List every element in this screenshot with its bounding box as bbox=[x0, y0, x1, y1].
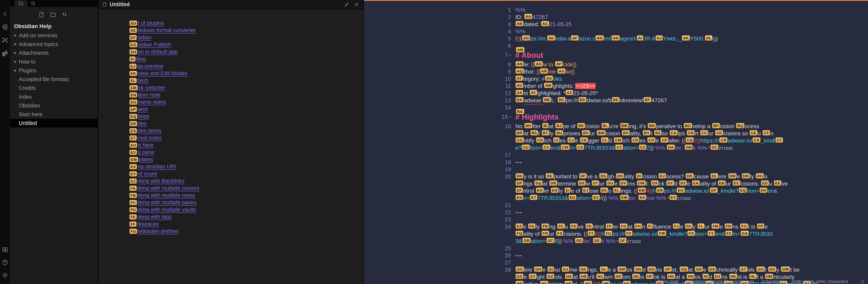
sidebar-item-plugins[interactable]: Plugins bbox=[10, 66, 98, 75]
edit-pencil-icon[interactable] bbox=[344, 2, 349, 7]
editor-line-content[interactable] bbox=[515, 166, 868, 173]
sidebar-item-obsidian[interactable]: Obsidian bbox=[10, 101, 98, 110]
editor-line-content[interactable]: %% bbox=[515, 28, 868, 35]
sidebar-item-how-to[interactable]: How to bbox=[10, 57, 98, 66]
change-sort-order-button[interactable] bbox=[61, 11, 68, 18]
editor-line-content[interactable]: EFntrol EGer EHly EIe of EJose EKo ELing… bbox=[515, 187, 868, 194]
editor-line-content[interactable]: BAadwise BBL: BCps://rBDdwise.io/bBEokre… bbox=[515, 97, 868, 104]
note-link-word-count[interactable]: EYrd count bbox=[129, 171, 157, 177]
editor-line-content[interactable]: ![](ADps://m.AEedia-aAFazon.cAGm/iAHages… bbox=[515, 35, 868, 42]
editor-line-content[interactable]: e?CUtion=CVen&CWn=CX7TRJB3S3&CYation=CZ2… bbox=[515, 144, 868, 152]
note-link-working-with-multiple-cursors[interactable]: FArking with multiple cursors bbox=[129, 185, 199, 191]
note-link-tag-pane[interactable]: EVg pane bbox=[129, 149, 154, 155]
note-link-settings[interactable]: EQtings bbox=[129, 114, 150, 120]
heading-collapse-icon[interactable]: ▾ bbox=[509, 54, 511, 57]
editor-line-content[interactable]: --- bbox=[515, 252, 868, 259]
help-icon[interactable] bbox=[2, 259, 8, 266]
zettelkasten-note-icon[interactable] bbox=[2, 50, 8, 57]
editor-line-content[interactable]: 3&GBation=GC8)) %% GDlor: GEk %% ^GF2710… bbox=[515, 238, 868, 245]
editor-line-content[interactable] bbox=[515, 259, 868, 266]
tab-search[interactable] bbox=[28, 0, 39, 7]
editor-line-content[interactable]: AXst AYghlighted: *AZ21-05-25* bbox=[515, 90, 868, 97]
note-link-start-here[interactable]: EUrt here bbox=[129, 142, 153, 148]
editor-line-content[interactable] bbox=[515, 216, 868, 223]
sidebar-item-accepted-file-formats[interactable]: Accepted file formats bbox=[10, 75, 98, 84]
note-link-preview-and-edit-modes[interactable]: EKview and Edit Modes bbox=[129, 70, 188, 76]
editor-line-content[interactable] bbox=[515, 245, 868, 252]
sidebar-item-add-on-services[interactable]: Add-on services bbox=[10, 31, 98, 40]
note-link-templates[interactable]: EWplates bbox=[129, 156, 153, 163]
editor-line-content[interactable] bbox=[515, 42, 868, 50]
note-link-markdown-format-converter[interactable]: EErkdown format converter bbox=[129, 27, 195, 33]
editor-line-content[interactable]: No BHtter BIat BJpe of BKcision BLu're B… bbox=[515, 123, 868, 130]
note-link-using-obsidian-uri[interactable]: EXng obsidian URI bbox=[129, 164, 176, 170]
editor-line-content[interactable]: ESn=ET7TRJB3S3&EUation=EV4)) %% EWlor: E… bbox=[515, 194, 868, 202]
note-link-working-with-tags[interactable]: FErking with tags bbox=[129, 214, 172, 220]
note-link-obsidian[interactable]: EFsidian bbox=[129, 34, 152, 41]
status-backlinks-count[interactable]: 0 backlinks bbox=[762, 279, 783, 284]
editor-line-content[interactable]: BG# Highlights bbox=[515, 113, 868, 122]
close-icon[interactable] bbox=[354, 2, 359, 7]
note-link-slides-demo[interactable]: ESdes demo bbox=[129, 128, 161, 134]
new-folder-button[interactable] bbox=[50, 11, 56, 18]
line-number bbox=[364, 281, 515, 284]
heading-collapse-icon[interactable]: ▾ bbox=[509, 115, 511, 119]
text-token: --- bbox=[515, 159, 522, 165]
editor-line-content[interactable]: ID: AA47267 bbox=[515, 13, 868, 21]
editor-line-content[interactable]: AVmber of AWghlights: ==23== bbox=[515, 83, 868, 90]
editor-line-content[interactable]: --- bbox=[515, 159, 868, 166]
hint-badge-FF: FF bbox=[129, 221, 136, 227]
note-link-page-preview[interactable]: EJge preview bbox=[129, 63, 163, 69]
editor-line-content[interactable]: ABdated: AC21-05-25 bbox=[515, 21, 868, 28]
note-link-starred-notes[interactable]: ETrred notes bbox=[129, 135, 162, 141]
editor-line-content[interactable]: CGntify CHich CIes CJe CKgger CLd CMich … bbox=[515, 137, 868, 144]
note-link-random-note[interactable]: ENdom note bbox=[129, 92, 160, 98]
note-link-quick-switcher[interactable]: EMck switcher bbox=[129, 85, 165, 91]
status-word-count[interactable]: 1596 words, 9441 characters bbox=[792, 279, 848, 284]
note-link-open-in-default-app[interactable]: EHen in default app bbox=[129, 49, 178, 55]
note-link-outline[interactable]: EItline bbox=[129, 56, 146, 62]
editor-line-content[interactable]: ANle: [[AOw to APcide]] bbox=[515, 61, 868, 68]
open-graph-view-icon[interactable] bbox=[2, 37, 8, 43]
editor-line-content[interactable]: GGere GHe GIso GJme GKngs, GLe a GMos GN… bbox=[515, 266, 868, 274]
note-link-slides[interactable]: ERdes bbox=[129, 121, 147, 127]
editor-line-content[interactable] bbox=[515, 152, 868, 159]
sidebar-item-untitled[interactable]: Untitled bbox=[10, 119, 98, 128]
editor-line-content[interactable] bbox=[515, 104, 868, 111]
editor-line-content[interactable]: --- bbox=[515, 209, 868, 216]
note-link-zettelkasten-prefixer[interactable]: FGtelkasten prefixer bbox=[129, 228, 179, 234]
open-another-vault-icon[interactable] bbox=[2, 247, 8, 253]
sidebar-item-index[interactable]: Index bbox=[10, 92, 98, 101]
collapse-left-sidebar-icon[interactable] bbox=[2, 11, 8, 17]
note-link-rename-notes[interactable]: EOname notes bbox=[129, 99, 166, 105]
note-link-list-of-plugins[interactable]: EDt of plugins bbox=[129, 20, 164, 26]
note-link-working-with-multiple-panes[interactable]: FCrking with multiple panes bbox=[129, 199, 196, 206]
editor-line-content[interactable]: DPngs DQat DRtermine DSw DTur DUe DVrns … bbox=[515, 180, 868, 187]
note-link-working-with-backlinks[interactable]: EZrking with Backlinks bbox=[129, 178, 184, 184]
editor-line-content[interactable]: AQthor: [[ARnie ASke]] bbox=[515, 68, 868, 75]
sidebar-item-advanced-topics[interactable]: Advanced topics bbox=[10, 40, 98, 49]
sidebar-item-credits[interactable]: Credits bbox=[10, 84, 98, 92]
note-link-working-with-multiple-notes[interactable]: FBrking with multiple notes bbox=[129, 192, 195, 198]
insert-template-icon[interactable] bbox=[2, 24, 8, 30]
note-link-search[interactable]: EParch bbox=[129, 106, 148, 113]
note-link-obsidian-publish[interactable]: EGsidian Publish bbox=[129, 42, 171, 48]
settings-icon[interactable] bbox=[2, 272, 8, 278]
note-link-working-with-multiple-vaults[interactable]: FDrking with multiple vaults bbox=[129, 207, 196, 213]
note-link-publish[interactable]: ELblish bbox=[129, 77, 149, 84]
editor-line-content[interactable]: ATtegory: #AUoks bbox=[515, 75, 868, 83]
tab-file-explorer[interactable] bbox=[14, 0, 28, 7]
editor-line-content[interactable]: DDy is it so DEportant to DFve a DGgh-DH… bbox=[515, 173, 868, 180]
new-note-button[interactable] bbox=[38, 11, 45, 18]
editor-line-content[interactable]: FQality of FRur FScisions. ([FT8](hFUps:… bbox=[515, 230, 868, 238]
editor-line-content[interactable]: %% bbox=[515, 6, 868, 13]
editor-line-content[interactable]: BRat BSt BTly BUproves BVur BWcision BXa… bbox=[515, 130, 868, 137]
status-reading-time[interactable]: 7 min read bbox=[658, 279, 678, 284]
note-link-workspaces[interactable]: FFrkspaces bbox=[129, 221, 159, 227]
status-readwise-sync[interactable]: Readwise: Synced 21 minutes ago bbox=[686, 279, 754, 284]
editor-line-content[interactable] bbox=[515, 202, 868, 209]
editor-line-content[interactable]: AM# About bbox=[515, 51, 868, 60]
editor-line-content[interactable]: EZe FAly FBng FCu FDve FEntrol FFer FGat… bbox=[515, 223, 868, 230]
sidebar-item-attachments[interactable]: Attachments bbox=[10, 49, 98, 57]
sidebar-item-start-here[interactable]: Start here bbox=[10, 110, 98, 119]
